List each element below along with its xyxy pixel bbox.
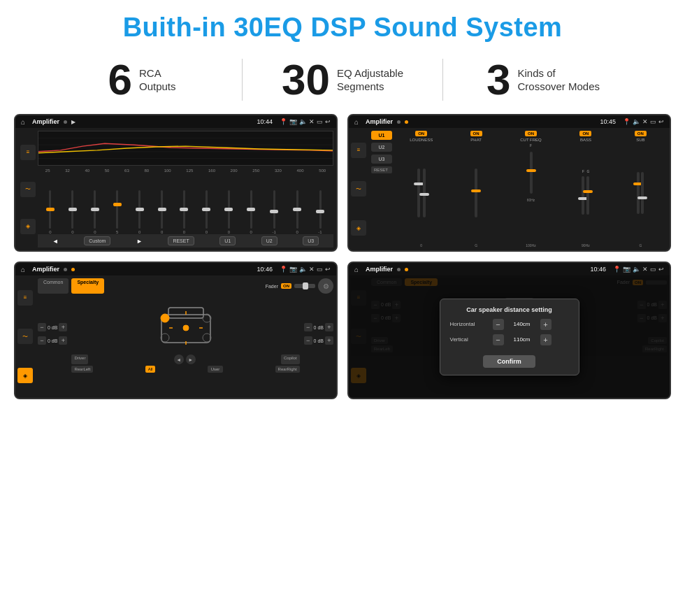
screen3-body: ≡ 〜 ◈ Common Specialty Fader ON ⚙ — [15, 275, 336, 398]
speaker-btn-2[interactable]: ◈ — [351, 220, 366, 236]
svg-point-8 — [203, 314, 211, 322]
status-icons-2: 📍 🔈 ✕ ▭ ↩ — [623, 118, 664, 125]
screen2-main: U1 U2 U3 RESET ON LOUDNESS 0 — [368, 128, 670, 250]
time-2: 10:45 — [600, 118, 616, 125]
rr-val: 0 dB — [314, 338, 324, 343]
phat-val: G — [475, 243, 477, 248]
stat-number-rca: 6 — [108, 58, 131, 101]
fr-plus[interactable]: + — [325, 323, 333, 331]
rearright-btn[interactable]: RearRight — [275, 366, 300, 373]
window-icon-2: ▭ — [650, 118, 656, 125]
reset-btn-1[interactable]: RESET — [168, 236, 194, 245]
play-icon-1: ▶ — [71, 119, 75, 125]
bass-val: 90Hz — [582, 243, 590, 248]
modal-title: Car speaker distance setting — [450, 306, 569, 313]
next-btn[interactable]: ► — [136, 238, 143, 245]
slider-50: 5 — [116, 190, 118, 234]
user-btn[interactable]: User — [208, 366, 224, 373]
slider-160: 0 — [228, 190, 230, 234]
all-btn[interactable]: All — [145, 366, 156, 373]
vertical-val: 110cm — [508, 336, 536, 343]
u3-preset[interactable]: U3 — [371, 155, 392, 164]
fl-val: 0 dB — [48, 325, 57, 330]
vertical-minus[interactable]: − — [493, 334, 504, 345]
rr-plus[interactable]: + — [325, 336, 333, 345]
wave-btn-3[interactable]: 〜 — [17, 329, 33, 344]
confirm-button[interactable]: Confirm — [483, 355, 535, 368]
u2-preset[interactable]: U2 — [371, 143, 392, 152]
eq-bottom-bar: ◄ Custom ► RESET U1 U2 U3 — [38, 234, 333, 248]
vertical-plus[interactable]: + — [540, 334, 551, 345]
cutfreq-on[interactable]: ON — [525, 131, 537, 136]
reset-btn-2[interactable]: RESET — [371, 166, 392, 173]
loudness-on[interactable]: ON — [415, 131, 427, 136]
freq-labels: 25 32 40 50 63 80 100 125 160 200 250 32… — [38, 169, 333, 173]
slider-40: 0 — [94, 190, 96, 234]
sub-slider-1[interactable] — [637, 172, 640, 214]
settings-icon-3[interactable]: ⚙ — [318, 278, 333, 294]
horizontal-label: Horizontal — [450, 321, 489, 327]
stat-number-eq: 30 — [282, 58, 330, 101]
wave-btn[interactable]: 〜 — [20, 182, 36, 197]
location-icon-4: 📍 — [613, 266, 621, 273]
eq-filter-btn[interactable]: ≡ — [20, 145, 36, 160]
next-car-btn[interactable]: ► — [186, 354, 196, 364]
slider-63: 0 — [138, 190, 140, 234]
status-dot-3a — [64, 268, 67, 271]
crossover-controls: ON LOUDNESS 0 ON PHAT — [395, 131, 667, 248]
app-name-4: Amplifier — [366, 266, 393, 273]
stat-label-eq: EQ AdjustableSegments — [337, 66, 403, 94]
driver-btn[interactable]: Driver — [71, 354, 88, 364]
bass-slider-g[interactable] — [586, 176, 589, 215]
cutfreq-slider[interactable] — [530, 152, 533, 194]
bass-slider-f[interactable] — [582, 176, 584, 215]
tab-specialty-3[interactable]: Specialty — [71, 278, 104, 294]
loudness-slider-r[interactable] — [423, 169, 426, 217]
back-icon-2: ↩ — [658, 118, 664, 125]
status-icons-4: 📍 📷 🔈 ✕ ▭ ↩ — [613, 266, 664, 273]
window-icon-4: ▭ — [650, 266, 656, 273]
rearleft-btn[interactable]: RearLeft — [71, 366, 93, 373]
cutfreq-title: CUT FREQ — [520, 138, 542, 142]
sub-on[interactable]: ON — [635, 131, 647, 136]
u1-btn[interactable]: U1 — [219, 236, 236, 245]
fader-on-badge[interactable]: ON — [281, 283, 291, 289]
location-icon-3: 📍 — [280, 266, 287, 273]
u3-btn[interactable]: U3 — [303, 236, 319, 245]
bass-on[interactable]: ON — [579, 131, 591, 136]
u1-preset[interactable]: U1 — [371, 131, 392, 140]
modal-vertical-row: Vertical − 110cm + — [450, 334, 569, 345]
svg-point-11 — [183, 325, 189, 331]
horizontal-minus[interactable]: − — [493, 319, 504, 330]
rl-plus[interactable]: + — [59, 336, 67, 345]
phat-slider[interactable] — [475, 169, 477, 217]
horizontal-plus[interactable]: + — [540, 319, 551, 330]
fr-minus[interactable]: − — [304, 323, 312, 331]
eq-filter-btn-3[interactable]: ≡ — [17, 290, 33, 306]
svg-point-10 — [203, 334, 211, 342]
prev-btn[interactable]: ◄ — [52, 238, 59, 245]
slider-400: -1 — [318, 190, 322, 234]
fl-minus[interactable]: − — [38, 323, 46, 331]
tab-common-3[interactable]: Common — [38, 278, 68, 294]
vertical-label: Vertical — [450, 336, 489, 343]
loudness-title: LOUDNESS — [410, 138, 433, 142]
u2-btn[interactable]: U2 — [261, 236, 277, 245]
eq-filter-btn-2[interactable]: ≡ — [351, 143, 366, 158]
speaker-btn-3[interactable]: ◈ — [17, 368, 33, 383]
rr-minus[interactable]: − — [304, 336, 312, 345]
sub-slider-2[interactable] — [641, 172, 644, 214]
home-icon-3: ⌂ — [21, 266, 25, 273]
copilot-btn[interactable]: Copilot — [281, 354, 300, 364]
phat-on[interactable]: ON — [470, 131, 482, 136]
prev-car-btn[interactable]: ◄ — [174, 354, 184, 364]
speaker-btn[interactable]: ◈ — [20, 219, 36, 234]
status-dot-3b — [71, 268, 75, 271]
wave-btn-2[interactable]: 〜 — [351, 181, 366, 196]
fl-plus[interactable]: + — [59, 323, 67, 331]
screen2-left: ≡ 〜 ◈ — [349, 128, 368, 250]
home-icon-1: ⌂ — [21, 118, 25, 126]
rl-minus[interactable]: − — [38, 336, 46, 345]
eq-area: 25 32 40 50 63 80 100 125 160 200 250 32… — [38, 131, 333, 248]
fr-val: 0 dB — [314, 325, 324, 330]
